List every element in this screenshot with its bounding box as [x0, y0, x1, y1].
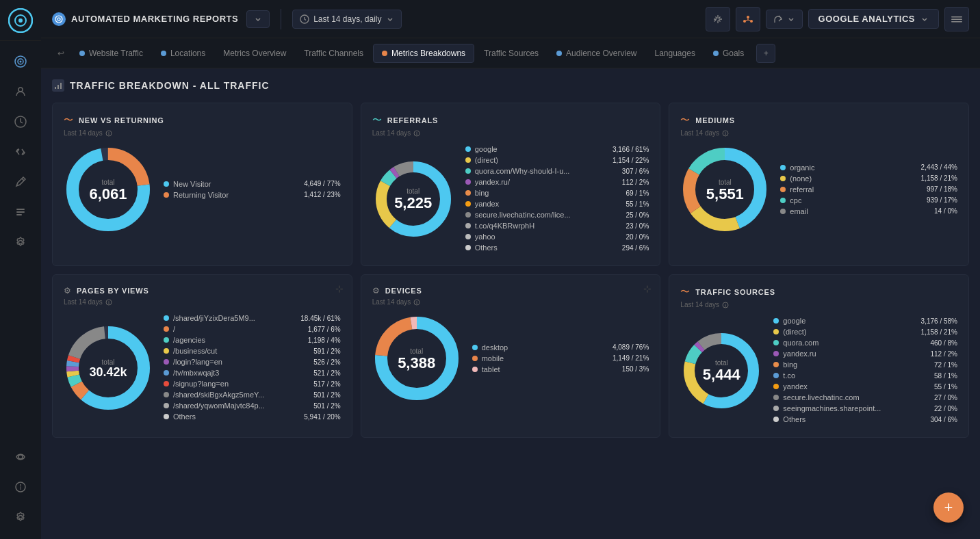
tab-locations[interactable]: Locations	[153, 44, 214, 62]
svg-point-18	[57, 18, 60, 21]
subtitle-text: Last 14 days	[680, 129, 719, 137]
legend-dot	[780, 198, 786, 203]
legend-item: organic2,443 / 44%	[780, 163, 957, 172]
legend-value: 72 / 1%	[934, 361, 957, 369]
legend-label: yahoo	[475, 233, 622, 241]
legend-value: 1,149 / 21%	[612, 354, 649, 362]
legend-dot	[472, 356, 478, 361]
svg-rect-36	[417, 133, 417, 135]
card-move-handle[interactable]: ⊹	[643, 283, 652, 294]
legend-item: quora.com460 / 8%	[773, 339, 957, 347]
svg-point-31	[108, 131, 109, 132]
topbar-brand: AUTOMATED MARKETING REPORTS	[52, 12, 238, 26]
card-header: 〜 REFERRALS	[372, 114, 649, 127]
legend-item: t.co/q4KBRwrphH23 / 0%	[465, 222, 649, 230]
legend-item: /shared/yqwomMajvtc84p...501 / 2%	[164, 402, 341, 410]
topbar-action-btn-2[interactable]	[736, 7, 760, 31]
tab-label: Audience Overview	[566, 49, 636, 58]
sidebar-item-view[interactable]	[5, 443, 36, 471]
legend-dot	[164, 414, 169, 419]
topbar-report-dropdown[interactable]	[246, 10, 270, 28]
legend-value: 55 / 1%	[934, 383, 957, 391]
svg-rect-45	[725, 133, 726, 135]
sidebar-item-list[interactable]	[5, 198, 36, 226]
card-referrals: 〜 REFERRALS Last 14 days	[361, 103, 661, 266]
card-subtitle: Last 14 days	[372, 129, 649, 137]
legend-value: 1,154 / 22%	[612, 157, 649, 164]
topbar: AUTOMATED MARKETING REPORTS Last 14 days…	[41, 0, 980, 38]
topbar-brand-icon	[52, 12, 66, 26]
legend-label: desktop	[482, 343, 608, 352]
legend-item: bing69 / 1%	[465, 189, 649, 197]
tab-metrics-breakdowns[interactable]: Metrics Breakdowns	[373, 44, 474, 63]
svg-rect-23	[951, 16, 962, 18]
card-title: MEDIUMS	[695, 116, 735, 124]
page-header: TRAFFIC BREAKDOWN - ALL TRAFFIC	[52, 79, 969, 92]
tab-metrics-overview[interactable]: Metrics Overview	[215, 44, 294, 62]
legend: New Visitor 4,649 / 77% Returning Visito…	[164, 180, 341, 202]
donut-chart: total 5,388	[372, 314, 461, 405]
donut-chart: total 5,225	[372, 158, 454, 242]
legend-label: t.co/q4KBRwrphH	[475, 222, 622, 230]
legend-label: google	[783, 317, 916, 325]
legend-value: 14 / 0%	[934, 207, 957, 215]
legend-label: yandex	[475, 200, 622, 208]
svg-point-6	[18, 88, 23, 92]
sidebar-item-reports[interactable]	[5, 108, 36, 135]
tab-traffic-channels[interactable]: Traffic Channels	[296, 44, 372, 62]
info-icon	[105, 299, 112, 306]
tab-audience-overview[interactable]: Audience Overview	[548, 44, 645, 62]
tab-goals[interactable]: Goals	[705, 44, 752, 62]
topbar-actions: GOOGLE ANALYTICS	[706, 7, 969, 31]
sidebar-item-info[interactable]	[5, 473, 36, 501]
svg-rect-25	[951, 21, 962, 23]
tab-website-traffic[interactable]: Website Traffic	[71, 44, 151, 62]
legend-value: 939 / 17%	[927, 196, 957, 204]
info-icon	[105, 130, 112, 137]
card-header: 〜 TRAFFIC SOURCES	[680, 286, 957, 298]
analytics-label-text: GOOGLE ANALYTICS	[818, 14, 915, 24]
legend-label: secure.livechatinc.com/lice...	[475, 211, 622, 219]
tab-add-button[interactable]: +	[756, 44, 775, 63]
card-move-handle[interactable]: ⊹	[335, 283, 344, 294]
legend-dot	[773, 406, 779, 411]
legend-item: Others294 / 6%	[465, 244, 649, 252]
tab-back-arrow[interactable]: ↩	[52, 49, 70, 58]
legend-value: 58 / 1%	[934, 372, 957, 380]
sidebar-item-users[interactable]	[5, 78, 36, 105]
legend-value: 55 / 1%	[626, 200, 649, 208]
sidebar-item-connectors[interactable]	[5, 138, 36, 166]
legend-dot	[465, 234, 471, 239]
fab-add-button[interactable]: +	[933, 492, 964, 523]
topbar-action-btn-1[interactable]	[706, 7, 730, 31]
legend-value: 2,443 / 44%	[921, 163, 957, 171]
legend-label: google	[475, 145, 608, 153]
sidebar-item-edit[interactable]	[5, 168, 36, 196]
topbar-date-dropdown[interactable]: Last 14 days, daily	[292, 10, 401, 29]
svg-point-17	[55, 16, 62, 23]
sidebar-item-analytics[interactable]	[5, 48, 36, 75]
legend-value: 997 / 18%	[927, 185, 957, 193]
sidebar-item-settings-alt[interactable]	[5, 228, 36, 256]
fab-icon: +	[944, 499, 953, 516]
legend-dot	[780, 176, 786, 181]
topbar-analytics-label[interactable]: GOOGLE ANALYTICS	[808, 9, 939, 29]
app-logo[interactable]	[0, 0, 41, 41]
chart-area: total 5,388 desktop4,089 / 76% mobile1,1…	[372, 314, 649, 405]
legend-value: 18.45k / 61%	[300, 315, 340, 322]
legend-dot	[773, 373, 779, 378]
topbar-share-btn[interactable]	[766, 10, 803, 29]
analytics-dropdown-arrow	[920, 15, 929, 23]
legend-value: 25 / 0%	[626, 211, 649, 219]
tab-traffic-sources[interactable]: Traffic Sources	[476, 44, 547, 62]
card-header: 〜 MEDIUMS	[680, 114, 957, 127]
info-icon	[722, 302, 729, 308]
legend-label: tablet	[482, 365, 618, 373]
legend-item: google3,176 / 58%	[773, 317, 957, 325]
menu-button[interactable]	[944, 7, 969, 31]
sidebar-item-settings[interactable]	[5, 503, 36, 531]
legend-label: /shared/yqwomMajvtc84p...	[173, 402, 309, 410]
legend-dot	[164, 326, 169, 332]
legend-label: bing	[475, 189, 622, 197]
tab-languages[interactable]: Languages	[647, 44, 704, 62]
